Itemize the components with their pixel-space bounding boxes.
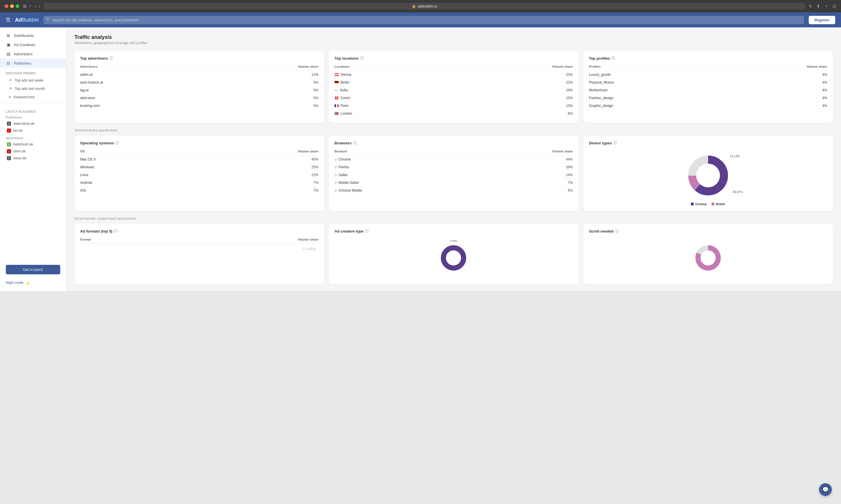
sidebar-item-publishers[interactable]: ⊟ Publishers <box>0 58 66 68</box>
sidebar-lastly-stern[interactable]: s stern.de <box>0 148 66 155</box>
browser-icon: ⊙ <box>334 173 337 177</box>
content-area: Traffic analysis Advertisers, geographic… <box>66 28 841 291</box>
ad-creative-chart <box>439 244 468 272</box>
sidebar-toggle-icon[interactable]: ⊞ <box>23 3 27 9</box>
lastly-section-title: LASTLY ACCESSED <box>0 106 66 114</box>
device-types-card: Device types ⓘ <box>583 136 833 211</box>
browsers-help-icon[interactable]: ⓘ <box>353 141 357 145</box>
mobile-legend: Mobile <box>712 202 725 206</box>
ad-creative-type-card: Ad creative type ⓘ 0.28% <box>329 223 578 284</box>
table-row: — Sofia 19% <box>334 87 573 94</box>
sidebar-item-dashboards[interactable]: ⊞ Dashboards <box>0 31 66 40</box>
sidebar-lastly-taz[interactable]: t taz.de <box>0 127 66 134</box>
table-row: iOS 7% <box>80 187 318 195</box>
sidebar-item-ad-creatives[interactable]: ▣ Ad Creatives <box>0 40 66 49</box>
sidebar-lastly-hellofresh[interactable]: h hellofresh.de <box>0 141 66 148</box>
top-nav: ☰ AdBubble Register <box>0 12 841 28</box>
ad-creative-type-help-icon[interactable]: ⓘ <box>365 229 368 234</box>
ad-creative-type-title: Ad creative type ⓘ <box>334 229 573 234</box>
keyword-tool-icon: ≡ <box>8 95 11 99</box>
search-input[interactable] <box>43 16 804 24</box>
table-row: Luxury_goods 4% <box>589 71 827 79</box>
dashboards-icon: ⊞ <box>6 33 11 38</box>
address-bar[interactable]: 🔒 adbubble.io <box>44 3 805 10</box>
hamburger-icon[interactable]: ☰ <box>6 17 11 23</box>
ad-formats-help-icon[interactable]: ⓘ <box>114 229 117 234</box>
browsers-title: Browsers ⓘ <box>334 141 573 145</box>
table-row: Linux 22% <box>80 171 318 179</box>
traffic-lights <box>5 4 19 8</box>
flag-icon: 🇬🇧 <box>334 111 339 115</box>
publishers-icon: ⊟ <box>6 61 11 66</box>
top-locations-help-icon[interactable]: ⓘ <box>360 56 364 61</box>
table-row: auto-hoesch.at 5% <box>80 79 318 87</box>
device-types-title: Device types ⓘ <box>589 141 827 145</box>
sidebar-lastly-heise[interactable]: h www.heise.de <box>0 120 66 127</box>
table-row: 🇫🇷 Paris 13% <box>334 102 573 110</box>
register-button[interactable]: Register <box>809 16 835 24</box>
back-icon[interactable]: ‹ <box>35 3 36 9</box>
browser-icon: ⊙ <box>334 165 337 169</box>
svg-point-9 <box>701 250 716 265</box>
flag-icon: 🇦🇹 <box>334 73 339 77</box>
page-title: Traffic analysis <box>74 34 833 40</box>
app-container: ☰ AdBubble Register ⊞ Dashboards ▣ Ad Cr… <box>0 12 841 291</box>
top-advertisers-card: Top advertisers ⓘ Advertisers Volume sha… <box>74 51 324 123</box>
table-row: ⊙ Mobile Safari 7% <box>334 179 573 187</box>
mobile-dot <box>712 202 715 205</box>
sidebar-lastly-heise2[interactable]: h heise.de <box>0 155 66 162</box>
top-advertisers-help-icon[interactable]: ⓘ <box>109 56 113 61</box>
profiles-table: Profiles Volume share Luxury_goods 4% Ph… <box>589 65 827 110</box>
scroll-needed-chart <box>589 238 827 278</box>
top-profiles-help-icon[interactable]: ⓘ <box>612 56 615 61</box>
advertisers-icon: ▤ <box>6 52 11 56</box>
table-row: Windows 25% <box>80 163 318 171</box>
top-ads-week-icon: ↗ <box>8 78 12 83</box>
browser-icon: ⊙ <box>334 189 337 193</box>
technical-cards-row: Operating systems ⓘ OS Volume share Mac … <box>74 136 833 211</box>
maximize-button[interactable] <box>16 4 19 8</box>
night-mode-button[interactable]: Night mode 🌙 <box>0 278 66 288</box>
technical-section-label: Technical device specifications <box>74 128 833 132</box>
ad-formats-section-label: Ad slot formats, creative types and posi… <box>74 217 833 220</box>
share-icon[interactable]: ⬆ <box>817 4 820 9</box>
forward-icon[interactable]: › <box>39 3 40 9</box>
top-locations-title: Top locations ⓘ <box>334 56 573 61</box>
top-locations-card: Top locations ⓘ Locations Volume share <box>329 51 578 123</box>
table-row: Motherhood 4% <box>589 87 827 94</box>
sidebar-item-top-ads-week[interactable]: ↗ Top ads last week <box>0 76 66 85</box>
reload-icon[interactable]: ↻ <box>809 4 812 9</box>
os-card: Operating systems ⓘ OS Volume share Mac … <box>74 136 324 211</box>
top-cards-row: Top advertisers ⓘ Advertisers Volume sha… <box>74 51 833 123</box>
sidebar-item-top-ads-month[interactable]: ↗ Top ads last month <box>0 85 66 93</box>
table-row: booking.com 5% <box>80 102 318 110</box>
device-types-help-icon[interactable]: ⓘ <box>613 141 617 145</box>
flag-icon: 🇫🇷 <box>334 104 339 108</box>
lastly-publishers-label: Publishers <box>0 114 66 120</box>
flag-icon: 🇨🇭 <box>334 96 339 100</box>
table-row: ⊙ Chrome Mobile 5% <box>334 187 573 195</box>
desktop-dot <box>691 202 694 205</box>
top-profiles-card: Top profiles ⓘ Profiles Volume share Lux… <box>583 51 833 123</box>
table-row: Loading... <box>80 244 318 253</box>
ad-creatives-icon: ▣ <box>6 42 11 47</box>
favicon-hellofresh: h <box>7 142 11 146</box>
browsers-card: Browsers ⓘ Browser Volume share <box>329 136 578 211</box>
get-in-touch-button[interactable]: Get in touch <box>6 265 60 274</box>
os-help-icon[interactable]: ⓘ <box>115 141 119 145</box>
minimize-button[interactable] <box>10 4 14 8</box>
sidebar-item-advertisers[interactable]: ▤ Advertisers <box>0 49 66 58</box>
new-tab-icon[interactable]: ＋ <box>824 3 829 9</box>
ad-formats-title: Ad formats (top 5) ⓘ <box>80 229 318 234</box>
os-title: Operating systems ⓘ <box>80 141 318 145</box>
table-row: 🇩🇪 Berlin 22% <box>334 79 573 87</box>
close-button[interactable] <box>5 4 8 8</box>
table-row: Android 7% <box>80 179 318 187</box>
mobile-pct-label: 13.13% <box>730 155 740 158</box>
scroll-needed-help-icon[interactable]: ⓘ <box>615 229 618 234</box>
sidebar-item-keyword-tool[interactable]: ≡ Keyword tool <box>0 93 66 101</box>
donut-chart <box>685 152 731 199</box>
discover-section-title: DISCOVER TRENDS <box>0 68 66 76</box>
tabs-icon[interactable]: ⊡ <box>833 4 836 9</box>
ad-creative-donut: 0.28% <box>334 238 573 279</box>
